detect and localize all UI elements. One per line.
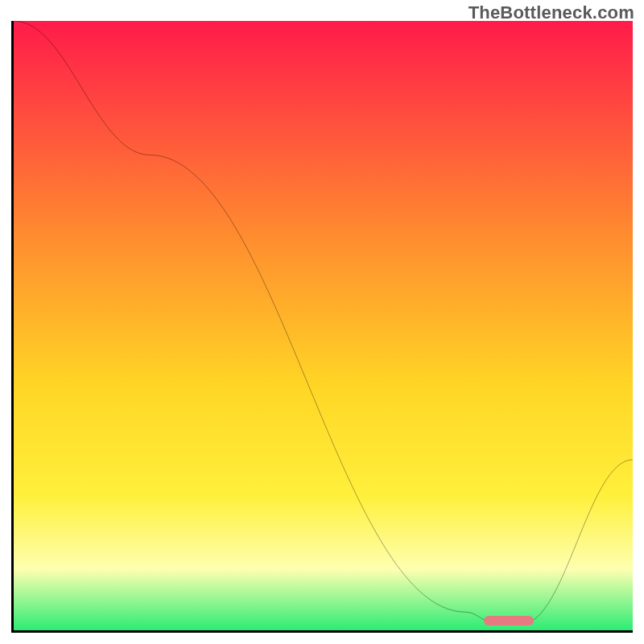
curve-path <box>14 21 633 624</box>
bottleneck-curve <box>14 21 633 630</box>
optimum-marker <box>484 616 534 625</box>
plot-area <box>11 21 633 633</box>
chart-container: TheBottleneck.com <box>0 0 644 644</box>
